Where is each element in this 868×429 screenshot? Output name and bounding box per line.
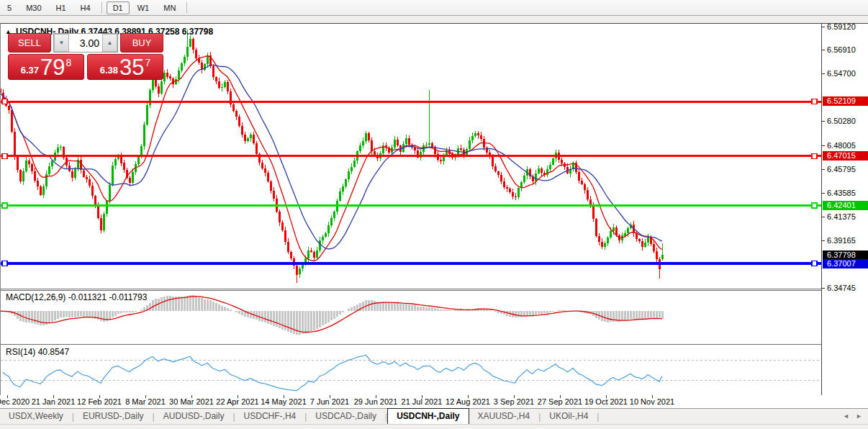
buy-button[interactable]: BUY bbox=[120, 33, 163, 53]
date-label: 3 Sep 2021 bbox=[494, 397, 534, 406]
timeframe-button-w1[interactable]: W1 bbox=[131, 1, 156, 14]
timeframe-button-h1[interactable]: H1 bbox=[50, 1, 73, 14]
timeframe-toolbar: 5M30H1H4D1W1MN bbox=[0, 0, 868, 16]
volume-input[interactable] bbox=[69, 34, 102, 52]
tab-scroll-right-icon[interactable]: ► bbox=[856, 412, 862, 420]
horizontal-line[interactable] bbox=[1, 99, 821, 104]
timeframe-button-m30[interactable]: M30 bbox=[19, 1, 48, 14]
volume-spinner: ▼ ▲ bbox=[53, 33, 118, 53]
date-label: 12 Feb 2021 bbox=[77, 397, 122, 406]
sell-price-box[interactable]: 6.37 79 8 bbox=[8, 54, 84, 80]
sell-price-big: 79 bbox=[40, 57, 65, 78]
toolbar-separator bbox=[186, 2, 187, 13]
price-axis-tick: 6.48005 bbox=[822, 141, 868, 150]
window-frame-strip bbox=[0, 16, 868, 23]
price-level-label[interactable]: 6.37007 bbox=[823, 259, 868, 268]
chart-tab-usdx-weekly[interactable]: USDX,Weekly bbox=[0, 409, 72, 424]
sell-button[interactable]: SELL bbox=[8, 33, 51, 53]
price-axis-tick: 6.45795 bbox=[822, 165, 868, 173]
tab-separator: | bbox=[597, 412, 599, 422]
sell-price-small: 6.37 bbox=[21, 65, 39, 76]
horizontal-line[interactable] bbox=[1, 153, 821, 158]
buy-price-sup: 7 bbox=[145, 57, 151, 68]
panel-divider bbox=[1, 289, 822, 289]
date-label: 19 Oct 2021 bbox=[584, 397, 628, 406]
price-level-label[interactable]: 6.42401 bbox=[823, 201, 868, 210]
rsi-chart-canvas[interactable] bbox=[1, 346, 821, 396]
date-label: 8 Mar 2021 bbox=[125, 397, 166, 406]
date-label: 14 May 2021 bbox=[261, 397, 307, 406]
price-axis-tick: 6.50280 bbox=[822, 117, 868, 125]
chart-tab-eurusd-daily[interactable]: EURUSD-,Daily bbox=[74, 409, 153, 424]
terminal-screen: 5M30H1H4D1W1MN ▲ USDCNH-,Daily 6.37443 6… bbox=[0, 0, 868, 429]
rsi-label: RSI(14) 40.8547 bbox=[6, 347, 69, 357]
chart-window: ▲ USDCNH-,Daily 6.37443 6.38891 6.37258 … bbox=[0, 23, 868, 396]
chart-tab-usdcnh-daily[interactable]: USDCNH-,Daily bbox=[387, 408, 469, 424]
chart-tab-audusd-daily[interactable]: AUDUSD-,Daily bbox=[155, 409, 233, 424]
buy-price-box[interactable]: 6.38 35 7 bbox=[87, 54, 163, 80]
date-label: 12 Aug 2021 bbox=[446, 397, 490, 406]
timeframe-button-d1[interactable]: D1 bbox=[107, 1, 130, 14]
price-axis-tick: 6.34745 bbox=[822, 284, 868, 292]
volume-increase-icon[interactable]: ▲ bbox=[102, 34, 117, 52]
bottom-frame-strip bbox=[0, 424, 868, 429]
date-label: 29 Dec 2020 bbox=[0, 397, 30, 406]
date-axis: 29 Dec 202021 Jan 202112 Feb 20218 Mar 2… bbox=[0, 395, 868, 408]
price-level-label[interactable]: 6.47015 bbox=[823, 151, 868, 161]
date-label: 30 Mar 2021 bbox=[169, 397, 214, 406]
chart-tab-usdchf-h4[interactable]: USDCHF-,H4 bbox=[235, 409, 305, 424]
horizontal-line[interactable] bbox=[1, 261, 821, 266]
timeframe-button-mn[interactable]: MN bbox=[157, 1, 182, 14]
buy-price-small: 6.38 bbox=[100, 65, 118, 76]
date-label: 29 Jun 2021 bbox=[354, 397, 398, 406]
one-click-trade-panel: SELL ▼ ▲ BUY 6.37 79 8 6.38 35 7 bbox=[8, 33, 163, 80]
price-axis-tick: 6.56910 bbox=[822, 45, 868, 54]
price-axis-tick: 6.43585 bbox=[822, 189, 868, 197]
horizontal-line[interactable] bbox=[1, 203, 821, 208]
timeframe-button-5[interactable]: 5 bbox=[1, 1, 18, 14]
chart-tab-xauusd-h4[interactable]: XAUUSD-,H4 bbox=[469, 409, 539, 424]
date-label: 22 Apr 2021 bbox=[216, 397, 258, 406]
date-label: 10 Nov 2021 bbox=[630, 397, 674, 406]
chart-tab-bar: USDX,Weekly|EURUSD-,Daily|AUDUSD-,Daily|… bbox=[0, 408, 868, 424]
panel-divider bbox=[1, 344, 822, 345]
timeframe-button-h4[interactable]: H4 bbox=[74, 1, 97, 14]
date-label: 27 Sep 2021 bbox=[538, 397, 582, 406]
toolbar-separator bbox=[101, 2, 102, 13]
price-axis-tick: 6.54700 bbox=[822, 69, 868, 78]
sell-price-sup: 8 bbox=[66, 57, 72, 68]
buy-price-big: 35 bbox=[119, 57, 144, 78]
price-axis-tick: 6.41375 bbox=[822, 212, 868, 221]
date-label: 21 Jul 2021 bbox=[402, 397, 443, 406]
volume-decrease-icon[interactable]: ▼ bbox=[54, 34, 69, 52]
tab-scroll-left-icon[interactable]: ◄ bbox=[843, 412, 849, 420]
date-label: 7 Jun 2021 bbox=[310, 397, 349, 406]
date-label: 21 Jan 2021 bbox=[32, 397, 76, 406]
chart-tab-usdcad-daily[interactable]: USDCAD-,Daily bbox=[307, 409, 385, 424]
price-axis: 6.591206.569106.547006.502806.480056.457… bbox=[822, 24, 868, 396]
price-axis-tick: 6.39165 bbox=[822, 236, 868, 245]
macd-label: MACD(12,26,9) -0.011321 -0.011793 bbox=[6, 292, 147, 302]
price-axis-tick: 6.59120 bbox=[822, 22, 868, 31]
chart-tab-ukoil-h4[interactable]: UKOil-,H4 bbox=[541, 409, 597, 424]
price-level-label[interactable]: 6.52109 bbox=[823, 96, 868, 106]
